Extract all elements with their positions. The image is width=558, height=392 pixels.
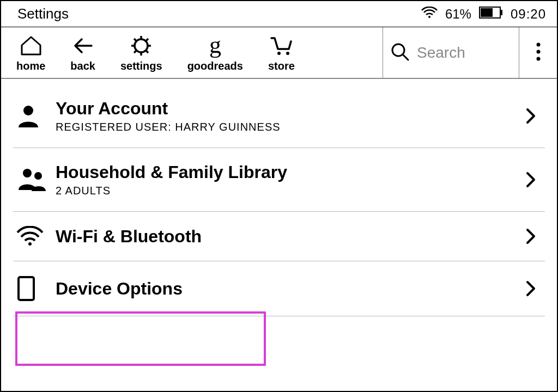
household-icon (16, 167, 56, 192)
svg-point-0 (428, 16, 430, 18)
svg-text:g: g (209, 33, 221, 58)
more-menu-button[interactable] (519, 27, 557, 78)
status-right: 61% 09:20 (421, 5, 546, 22)
row-subtitle: 2 ADULTS (56, 185, 520, 197)
chevron-right-icon (520, 280, 542, 297)
row-title: Your Account (56, 99, 520, 119)
store-label: store (268, 60, 295, 72)
toolbar: home back (1, 27, 557, 79)
row-household[interactable]: Household & Family Library 2 ADULTS (13, 148, 545, 212)
wifi-row-icon (16, 226, 56, 247)
back-button[interactable]: back (70, 33, 95, 72)
store-button[interactable]: store (268, 33, 295, 72)
svg-line-11 (134, 51, 136, 53)
home-label: home (16, 60, 45, 72)
row-text: Your Account REGISTERED USER: HARRY GUIN… (56, 99, 520, 133)
settings-button[interactable]: settings (120, 33, 162, 72)
home-icon (20, 33, 43, 59)
goodreads-icon: g (205, 33, 225, 59)
annotation-highlight (15, 311, 266, 366)
svg-point-16 (392, 44, 404, 56)
chevron-right-icon (520, 171, 542, 188)
goodreads-label: goodreads (187, 60, 243, 72)
status-bar: Settings 61% 09:20 (1, 1, 557, 27)
row-wifi-bluetooth[interactable]: Wi-Fi & Bluetooth (13, 212, 545, 261)
svg-point-21 (23, 106, 33, 115)
row-text: Wi-Fi & Bluetooth (56, 226, 520, 247)
svg-point-22 (23, 169, 32, 177)
row-text: Household & Family Library 2 ADULTS (56, 162, 520, 197)
svg-rect-25 (19, 277, 34, 300)
user-icon (16, 103, 56, 128)
svg-point-18 (536, 42, 540, 46)
back-icon (72, 33, 94, 59)
chevron-right-icon (520, 228, 542, 244)
svg-point-15 (286, 52, 289, 55)
row-subtitle: REGISTERED USER: HARRY GUINNESS (56, 121, 520, 133)
row-your-account[interactable]: Your Account REGISTERED USER: HARRY GUIN… (13, 84, 545, 148)
toolbar-items: home back (1, 27, 383, 78)
svg-point-14 (277, 52, 281, 55)
svg-line-17 (403, 55, 408, 60)
svg-point-20 (536, 57, 540, 60)
wifi-icon (421, 5, 438, 22)
svg-point-24 (28, 242, 32, 246)
chevron-right-icon (520, 108, 542, 124)
row-device-options[interactable]: Device Options (13, 261, 545, 316)
page-title: Settings (17, 5, 421, 22)
home-button[interactable]: home (16, 33, 45, 72)
search-icon (390, 41, 410, 64)
kebab-icon (536, 42, 541, 64)
svg-line-10 (146, 51, 148, 53)
goodreads-button[interactable]: g goodreads (187, 33, 243, 72)
device-icon (16, 275, 56, 302)
gear-icon (130, 33, 152, 59)
search-input[interactable]: Search (383, 27, 519, 78)
svg-point-19 (536, 50, 540, 53)
svg-line-9 (134, 39, 136, 41)
svg-rect-3 (501, 10, 502, 15)
clock: 09:20 (511, 7, 546, 22)
back-label: back (70, 60, 95, 72)
battery-icon (479, 5, 503, 22)
settings-label: settings (120, 60, 162, 72)
cart-icon (269, 33, 293, 59)
row-title: Household & Family Library (56, 162, 520, 182)
search-placeholder: Search (417, 44, 465, 62)
settings-list: Your Account REGISTERED USER: HARRY GUIN… (1, 79, 557, 316)
row-text: Device Options (56, 279, 520, 299)
row-title: Wi-Fi & Bluetooth (56, 226, 520, 247)
svg-line-12 (146, 39, 148, 41)
svg-point-4 (135, 39, 148, 52)
svg-rect-2 (481, 8, 493, 17)
row-title: Device Options (56, 279, 520, 299)
battery-percent: 61% (445, 7, 471, 22)
svg-point-23 (34, 172, 42, 180)
